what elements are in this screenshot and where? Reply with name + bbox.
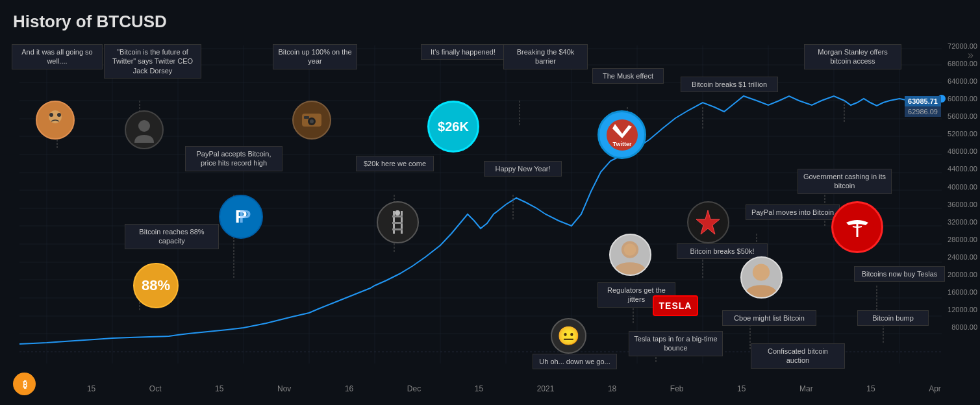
icon-26k: $26K xyxy=(427,101,479,153)
y-label-48k: 48000.00 xyxy=(948,147,977,155)
x-label-2021: 2021 xyxy=(537,384,555,393)
annotation-tesla-buy: Bitcoins now buy Teslas xyxy=(854,266,945,282)
chart-container: History of BTCUSD xyxy=(0,0,980,405)
icon-sad: 😐 xyxy=(551,318,586,354)
icon-ladder xyxy=(377,201,419,243)
svg-rect-64 xyxy=(304,116,309,119)
y-label-60k: 60000.00 xyxy=(948,95,977,103)
svg-text:Twitter: Twitter xyxy=(612,141,631,147)
y-label-64k: 64000.00 xyxy=(948,77,977,85)
annotation-finally: It's finally happened! xyxy=(421,44,505,60)
annotation-20k: $20k here we come xyxy=(356,156,434,171)
bitcoin-logo-icon: ₿ xyxy=(13,373,36,395)
price-high: 63085.71 xyxy=(905,96,941,106)
x-label-15a: 15 xyxy=(87,384,95,393)
annotation-government: Government cashing in its bitcoin xyxy=(798,169,892,194)
y-label-56k: 56000.00 xyxy=(948,112,977,120)
annotation-50k: Bitcoin breaks $50k! xyxy=(677,243,768,259)
svg-text:₿: ₿ xyxy=(22,379,27,389)
y-label-12k: 12000.00 xyxy=(948,306,977,313)
svg-point-57 xyxy=(57,113,61,117)
x-label-dec: Dec xyxy=(407,384,421,393)
x-label-15e: 15 xyxy=(866,384,875,393)
icon-paypal: P P xyxy=(219,195,263,239)
x-label-16: 16 xyxy=(345,384,353,393)
annotation-confiscated: Confiscated bitcoin auction xyxy=(751,343,845,369)
svg-point-77 xyxy=(753,264,770,280)
annotation-40k: Breaking the $40k barrier xyxy=(503,44,588,69)
y-label-28k: 28000.00 xyxy=(948,236,977,243)
x-label-feb: Feb xyxy=(670,384,684,393)
y-label-32k: 32000.00 xyxy=(948,218,977,226)
x-label-15d: 15 xyxy=(737,384,746,393)
annotation-down: Uh oh... down we go... xyxy=(533,354,617,369)
icon-going-well xyxy=(36,101,75,140)
svg-rect-69 xyxy=(392,228,403,230)
y-label-16k: 16000.00 xyxy=(948,288,977,296)
x-label-18: 18 xyxy=(608,384,616,393)
forward-arrows-icon[interactable]: » xyxy=(968,49,974,60)
svg-point-56 xyxy=(49,113,53,117)
annotation-88-capacity: Bitcoin reaches 88% capacity xyxy=(125,224,219,249)
y-label-40k: 40000.00 xyxy=(948,183,977,191)
annotation-1trillion: Bitcoin breaks $1 trillion xyxy=(681,77,778,92)
annotation-paypal-bitcoin: PayPal moves into Bitcoin xyxy=(746,204,840,220)
annotation-bitcoin-bump: Bitcoin bump xyxy=(857,310,929,326)
annotation-morgan-stanley: Morgan Stanley offers bitcoin access xyxy=(804,44,901,69)
annotation-tesla-bounce: Tesla taps in for a big-time bounce xyxy=(629,331,723,356)
annotation-going-well: And it was all going so well.... xyxy=(12,44,103,69)
nav-arrows[interactable]: » xyxy=(968,49,974,61)
icon-yellen xyxy=(609,234,651,276)
x-label-nov: Nov xyxy=(277,384,291,393)
svg-rect-68 xyxy=(392,222,403,224)
x-label-15c: 15 xyxy=(475,384,483,393)
y-label-24k: 24000.00 xyxy=(948,253,977,261)
icon-musk-twitter: Twitter xyxy=(597,110,646,159)
icon-50k-spark xyxy=(687,201,729,243)
svg-point-70 xyxy=(395,210,400,215)
y-label-44k: 44000.00 xyxy=(948,165,977,173)
x-label-mar: Mar xyxy=(799,384,813,393)
icon-dorsey xyxy=(125,110,164,149)
y-label-20k: 20000.00 xyxy=(948,271,977,278)
icon-tesla-red xyxy=(831,201,883,253)
x-label-15b: 15 xyxy=(215,384,223,393)
annotation-paypal: PayPal accepts Bitcoin, price hits recor… xyxy=(185,146,283,171)
icon-tesla-black: TESLA xyxy=(653,295,698,316)
icon-88percent: 88% xyxy=(133,263,179,308)
annotation-cboe: Cboe might list Bitcoin xyxy=(722,310,816,326)
y-label-52k: 52000.00 xyxy=(948,130,977,138)
icon-government-person xyxy=(740,256,783,299)
svg-point-63 xyxy=(310,119,314,123)
annotation-twitter-dorsey: "Bitcoin is the future of Twitter" says … xyxy=(104,44,201,79)
svg-text:P: P xyxy=(239,206,251,227)
svg-point-55 xyxy=(49,110,62,123)
annotation-100percent: Bitcoin up 100% on the year xyxy=(273,44,357,69)
y-label-36k: 36000.00 xyxy=(948,201,977,208)
svg-point-58 xyxy=(138,120,150,132)
x-axis: Sep 15 Oct 15 Nov 16 Dec 15 2021 18 Feb … xyxy=(19,384,941,393)
svg-rect-67 xyxy=(392,215,403,217)
y-label-8k: 8000.00 xyxy=(948,323,977,331)
price-low: 62986.09 xyxy=(905,106,941,117)
svg-point-74 xyxy=(624,243,636,256)
icon-radio xyxy=(292,101,331,140)
x-label-apr: Apr xyxy=(929,384,941,393)
annotation-musk: The Musk effect xyxy=(592,68,664,84)
price-display: 63085.71 62986.09 xyxy=(905,96,941,117)
annotation-new-year: Happy New Year! xyxy=(484,161,562,177)
x-label-oct: Oct xyxy=(149,384,162,393)
